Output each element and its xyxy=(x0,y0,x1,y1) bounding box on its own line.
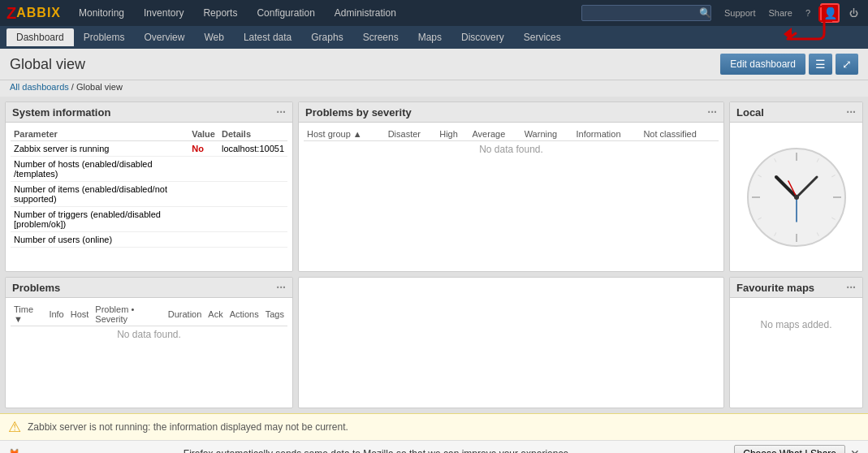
param-cell: Number of hosts (enabled/disabled /templ… xyxy=(11,157,188,182)
system-info-widget: System information ··· Parameter Value D… xyxy=(5,101,293,272)
no-data-label: No data found. xyxy=(11,326,287,343)
col-warning: Warning xyxy=(521,127,573,141)
sec-nav-overview[interactable]: Overview xyxy=(134,28,194,46)
logo-z: Z xyxy=(6,4,16,23)
col-problem-severity: Problem • Severity xyxy=(92,303,164,326)
breadcrumb-current: Global view xyxy=(76,82,123,92)
col-high: High xyxy=(436,127,469,141)
sec-nav-latest-data[interactable]: Latest data xyxy=(234,28,301,46)
table-row: No data found. xyxy=(304,141,719,158)
nav-configuration[interactable]: Configuration xyxy=(248,4,322,22)
breadcrumb: All dashboards / Global view xyxy=(0,80,868,97)
table-row: Number of users (online) xyxy=(11,232,287,248)
problems-by-severity-widget: Problems by severity ··· Host group ▲ Di… xyxy=(298,101,724,272)
mid-bottom-widget xyxy=(298,277,724,408)
severity-header: Problems by severity ··· xyxy=(299,102,723,123)
col-host: Host xyxy=(67,303,93,326)
sec-nav-graphs[interactable]: Graphs xyxy=(301,28,352,46)
severity-table: Host group ▲ Disaster High Average Warni… xyxy=(304,127,719,157)
search-box: 🔍 xyxy=(581,5,711,21)
arrow-indicator xyxy=(775,5,832,52)
value-cell xyxy=(188,232,218,248)
param-cell: Number of items (enabled/disabled/not su… xyxy=(11,182,188,207)
details-cell xyxy=(218,232,287,248)
problems-body: Time ▼ Info Host Problem • Severity Dura… xyxy=(6,298,292,408)
nav-administration[interactable]: Administration xyxy=(326,4,404,22)
svg-point-19 xyxy=(794,195,799,200)
mid-bottom-body xyxy=(299,278,723,408)
logo-text: ABBIX xyxy=(16,6,61,20)
sec-nav-maps[interactable]: Maps xyxy=(408,28,451,46)
favourite-maps-body: No maps added. xyxy=(730,298,862,408)
col-ack: Ack xyxy=(205,303,226,326)
sec-nav-services[interactable]: Services xyxy=(514,28,571,46)
clock-svg xyxy=(744,145,849,250)
value-cell xyxy=(188,182,218,207)
warning-bar: ⚠ Zabbix server is not running: the info… xyxy=(0,413,868,440)
col-information: Information xyxy=(573,127,641,141)
sec-nav-screens[interactable]: Screens xyxy=(353,28,408,46)
value-cell xyxy=(188,157,218,182)
col-not-classified: Not classified xyxy=(640,127,719,141)
problems-menu[interactable]: ··· xyxy=(276,281,286,294)
dashboard-list-button[interactable]: ☰ xyxy=(809,54,832,75)
problems-title: Problems xyxy=(12,282,60,294)
system-info-table: Parameter Value Details Zabbix server is… xyxy=(11,127,287,248)
search-input[interactable] xyxy=(587,8,699,18)
arrow-svg xyxy=(775,5,832,50)
col-value: Value xyxy=(188,127,218,141)
col-info: Info xyxy=(45,303,67,326)
sec-nav-problems[interactable]: Problems xyxy=(74,28,135,46)
top-navigation: Z ABBIX Monitoring Inventory Reports Con… xyxy=(0,0,868,26)
table-row: No data found. xyxy=(11,326,287,343)
main-content: System information ··· Parameter Value D… xyxy=(0,97,868,413)
col-time: Time ▼ xyxy=(11,303,45,326)
page-title: Global view xyxy=(10,56,85,73)
breadcrumb-all-dashboards[interactable]: All dashboards xyxy=(10,82,69,92)
system-info-body: Parameter Value Details Zabbix server is… xyxy=(6,123,292,271)
clock-body xyxy=(730,123,862,271)
sec-nav-web[interactable]: Web xyxy=(194,28,233,46)
table-row: Number of items (enabled/disabled/not su… xyxy=(11,182,287,207)
table-row: Number of triggers (enabled/disabled [pr… xyxy=(11,207,287,232)
edit-dashboard-button[interactable]: Edit dashboard xyxy=(720,54,805,75)
local-header: Local ··· xyxy=(730,102,862,123)
problems-widget: Problems ··· Time ▼ Info Host Problem • … xyxy=(5,277,293,408)
param-cell: Number of users (online) xyxy=(11,232,188,248)
param-cell: Zabbix server is running xyxy=(11,141,188,157)
table-row: Number of hosts (enabled/disabled /templ… xyxy=(11,157,287,182)
svg-rect-1 xyxy=(819,6,832,21)
sec-nav-discovery[interactable]: Discovery xyxy=(451,28,514,46)
problems-header: Problems ··· xyxy=(6,278,292,298)
firefox-bar: 🦊 Firefox automatically sends some data … xyxy=(0,440,868,453)
firefox-message: Firefox automatically sends some data to… xyxy=(184,448,572,453)
choose-what-share-button[interactable]: Choose What I Share xyxy=(734,445,845,453)
dashboard-fullscreen-button[interactable]: ⤢ xyxy=(836,54,858,75)
sec-nav-dashboard[interactable]: Dashboard xyxy=(6,28,74,46)
local-title: Local xyxy=(736,106,764,119)
severity-menu[interactable]: ··· xyxy=(707,106,717,119)
local-clock-widget: Local ··· xyxy=(729,101,863,272)
value-cell xyxy=(188,207,218,232)
firefox-bar-right: Choose What I Share ✕ xyxy=(734,445,860,453)
favourite-maps-header: Favourite maps ··· xyxy=(730,278,862,298)
left-column: System information ··· Parameter Value D… xyxy=(5,101,293,408)
close-notification-button[interactable]: ✕ xyxy=(850,447,860,453)
favourite-maps-no-data: No maps added. xyxy=(735,303,857,347)
nav-monitoring[interactable]: Monitoring xyxy=(71,4,132,22)
warning-icon: ⚠ xyxy=(8,418,21,436)
power-icon[interactable]: ⏻ xyxy=(846,6,862,19)
nav-reports[interactable]: Reports xyxy=(195,4,245,22)
system-info-title: System information xyxy=(12,106,110,119)
local-menu[interactable]: ··· xyxy=(846,106,856,119)
support-link[interactable]: Support xyxy=(721,6,759,19)
col-tags: Tags xyxy=(262,303,287,326)
favourite-maps-title: Favourite maps xyxy=(736,282,814,294)
favourite-maps-menu[interactable]: ··· xyxy=(846,281,856,294)
col-parameter: Parameter xyxy=(11,127,188,141)
system-info-menu[interactable]: ··· xyxy=(276,106,286,119)
system-info-header: System information ··· xyxy=(6,102,292,123)
firefox-icon: 🦊 xyxy=(8,448,20,453)
nav-inventory[interactable]: Inventory xyxy=(136,4,192,22)
logo: Z ABBIX xyxy=(6,4,61,23)
